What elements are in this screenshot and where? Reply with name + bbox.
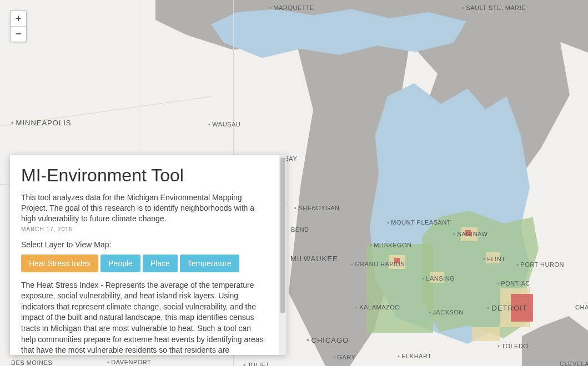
city-label: MINNEAPOLIS [11,119,71,127]
layer-tabs: Heat Stress Index People Place Temperatu… [21,255,268,272]
city-label: PONTIAC [497,280,530,287]
city-label: DAVENPORT [107,359,151,365]
city-label: ELKHART [398,353,431,359]
city-label: LANSING [422,275,455,282]
tab-people[interactable]: People [100,255,140,272]
panel-scrollbar[interactable] [279,155,287,355]
panel-description: This tool analyzes data for the Michigan… [21,192,268,224]
panel-title: MI-Environment Tool [21,165,268,186]
zoom-out-button[interactable]: − [11,26,26,42]
panel-body-text: The Heat Stress Index - Represents the a… [21,280,268,355]
panel-select-label: Select Layer to View Map: [21,240,268,249]
city-label: TOLEDO [497,343,528,349]
city-label: CHA [575,304,588,311]
city-label: GRAND RAPIDS [351,261,405,267]
city-label: MUSKEGON [370,242,412,248]
city-label: MOUNT PLEASANT [387,219,451,226]
city-label: PORT HURON [516,261,564,268]
city-label: SAULT STE. MARIE [462,4,526,11]
city-label: SAGINAW [453,231,488,237]
city-label: MARQUETTE [269,4,314,11]
tab-place[interactable]: Place [143,255,178,272]
zoom-control: + − [10,10,27,42]
lake-erie [522,316,588,366]
heat-layer-tan [472,327,500,341]
city-label: MILWAUKEE [290,255,338,263]
city-label: JACKSON [429,309,464,316]
panel-date: MARCH 17, 2016 [21,226,268,232]
city-label: DETROIT [487,304,527,312]
city-label: JOLIET [243,362,270,366]
city-label: SHEBOYGAN [294,205,340,211]
tab-temperature[interactable]: Temperature [180,255,239,272]
city-label: GARY [333,354,355,360]
scroll-thumb[interactable] [280,157,285,313]
city-label: CHICAGO [306,336,349,344]
city-label: DES MOINES [11,359,52,366]
city-label: WAUSAU [208,121,240,128]
city-label: BEND [291,226,309,233]
tab-heat-stress-index[interactable]: Heat Stress Index [21,255,98,272]
zoom-in-button[interactable]: + [11,11,26,26]
city-label: KALAMAZOO [355,304,400,311]
city-label: CLEVELAND [560,360,588,366]
city-label: FLINT [483,256,505,262]
info-panel: MI-Environment Tool This tool analyzes d… [10,155,287,355]
